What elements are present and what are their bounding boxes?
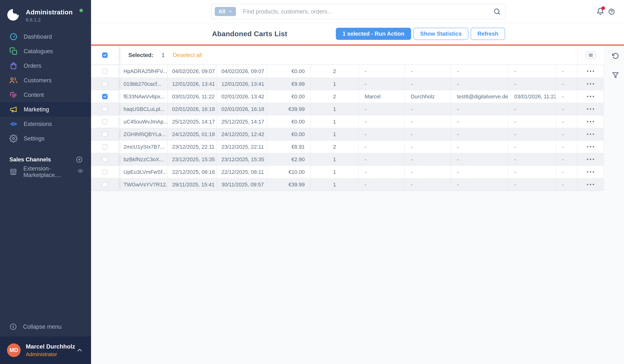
search-scope-label: All: [218, 8, 225, 15]
cell-email: -: [451, 128, 508, 140]
row-checkbox[interactable]: [102, 119, 108, 124]
sidebar-item-label: Marketing: [24, 106, 49, 113]
grid-settings-button[interactable]: [586, 51, 596, 59]
sidebar-item-extensions[interactable]: Extensions: [0, 117, 91, 131]
row-actions-button[interactable]: [577, 103, 604, 115]
cell-customer-date: -: [508, 65, 556, 77]
sidebar-item-content[interactable]: Content: [0, 88, 91, 102]
cell-extra: -: [556, 153, 577, 165]
search-input[interactable]: [243, 8, 493, 15]
show-statistics-button[interactable]: Show Statistics: [414, 28, 468, 40]
row-actions-button[interactable]: [577, 115, 604, 128]
cell-amount: €2.90: [267, 153, 311, 165]
cell-extra: -: [556, 166, 577, 178]
cell-email: -: [451, 178, 508, 191]
sidebar-item-dashboard[interactable]: Dashboard: [0, 29, 91, 44]
row-checkbox[interactable]: [102, 106, 108, 112]
row-actions-button[interactable]: [577, 141, 604, 153]
sidebar-header: Administration 6.6.1.2: [0, 0, 91, 23]
row-actions-button[interactable]: [577, 153, 604, 165]
row-checkbox[interactable]: [102, 132, 108, 137]
row-actions-button[interactable]: [577, 166, 604, 178]
sidebar-item-sales-channel[interactable]: Extension-Marketplace....: [0, 165, 91, 179]
row-actions-button[interactable]: [577, 78, 604, 90]
collapse-menu-button[interactable]: Collapse menu: [0, 319, 91, 334]
row-actions-button[interactable]: [577, 178, 604, 191]
cell-items: 1: [311, 128, 359, 140]
filter-icon[interactable]: [612, 72, 619, 78]
plus-circle-icon[interactable]: [76, 156, 83, 163]
sidebar-item-customers[interactable]: Customers: [0, 73, 91, 88]
row-checkbox[interactable]: [102, 81, 108, 87]
reset-columns-icon[interactable]: [612, 52, 619, 59]
user-panel[interactable]: MD Marcel Durchholz Administrator: [0, 336, 91, 364]
ellipsis-icon: [586, 83, 595, 85]
settings-icon: [9, 135, 18, 143]
main-area: All Abandoned Carts List: [91, 0, 624, 364]
row-checkbox-cell: [91, 78, 119, 90]
table-row[interactable]: UpEu3LVmFwSf... 22/12/2025, 08:16 22/12/…: [91, 165, 604, 178]
table-row[interactable]: haqUSBCLuLpl... 02/01/2026, 16:18 02/01/…: [91, 103, 604, 115]
sidebar-item-catalogues[interactable]: Catalogues: [0, 44, 91, 59]
sidebar-item-marketing[interactable]: Marketing: [0, 102, 91, 117]
shopware-logo[interactable]: [6, 8, 20, 22]
table-row[interactable]: 2mcU1yStx7B7... 23/12/2025, 22:11 23/12/…: [91, 140, 604, 153]
table-row[interactable]: bzBkfNzzC3oX... 23/12/2025, 15:35 23/12/…: [91, 153, 604, 165]
cell-created: 03/01/2026, 11:22: [168, 90, 217, 103]
row-actions-button[interactable]: [577, 65, 604, 77]
table-row[interactable]: TWGwVsYV7R12... 29/11/2025, 15:41 30/11/…: [91, 178, 604, 191]
hamburger-icon: [588, 53, 593, 58]
ellipsis-icon: [586, 134, 595, 135]
row-checkbox-cell: [91, 103, 119, 115]
global-search[interactable]: All: [211, 4, 505, 19]
row-actions-button[interactable]: [577, 90, 604, 103]
row-checkbox[interactable]: [102, 144, 108, 150]
refresh-button[interactable]: Refresh: [471, 28, 505, 40]
cell-last-name: -: [405, 115, 451, 128]
cell-last-name: -: [405, 178, 451, 191]
table-row-selected[interactable]: fE33NAwVv6px... 03/01/2026, 11:22 02/01/…: [91, 90, 604, 103]
bell-icon[interactable]: [597, 8, 604, 15]
cell-customer-date: -: [508, 178, 556, 191]
eye-icon[interactable]: [78, 168, 83, 176]
row-checkbox[interactable]: [102, 68, 108, 74]
ellipsis-icon: [586, 146, 595, 147]
table-row[interactable]: ZGHIhRiQBYLa... 24/12/2025, 01:18 24/12/…: [91, 128, 604, 140]
cell-updated: 23/12/2025, 15:35: [217, 153, 267, 165]
cell-extra: -: [556, 178, 577, 191]
notification-badge: [601, 6, 605, 10]
chevron-up-icon[interactable]: [76, 347, 83, 354]
cell-id: 2mcU1yStx7B7...: [119, 141, 168, 153]
row-checkbox[interactable]: [102, 169, 108, 175]
cell-customer-date: -: [508, 128, 556, 140]
run-action-button[interactable]: 1 selected - Run Action: [336, 28, 411, 40]
row-checkbox[interactable]: [102, 157, 108, 162]
sidebar-item-orders[interactable]: Orders: [0, 59, 91, 73]
cell-created: 04/02/2026, 09:07: [168, 65, 217, 77]
cell-extra: -: [556, 128, 577, 140]
cell-created: 23/12/2025, 15:35: [168, 153, 217, 165]
cell-updated: 30/11/2025, 09:57: [217, 178, 267, 191]
app-identity: Administration 6.6.1.2: [26, 8, 73, 23]
selected-label: Selected:: [128, 52, 154, 58]
cell-items: 1: [311, 178, 359, 191]
table-row[interactable]: 019bb270cacf... 12/01/2026, 13:41 12/01/…: [91, 77, 604, 90]
row-checkbox[interactable]: [102, 94, 108, 99]
catalogues-icon: [9, 47, 18, 55]
cell-id: fE33NAwVv6px...: [119, 90, 168, 103]
select-all-checkbox[interactable]: [102, 52, 108, 58]
cell-first-name: -: [359, 178, 405, 191]
data-grid: Selected: 1 Deselect all HpADRA25fHFV...: [91, 46, 604, 191]
cell-email: -: [451, 153, 508, 165]
user-meta: Marcel Durchholz Administrator: [26, 343, 75, 357]
sidebar-item-settings[interactable]: Settings: [0, 131, 91, 146]
help-circle-icon[interactable]: [608, 8, 615, 15]
table-row[interactable]: HpADRA25fHFV... 04/02/2026, 09:07 04/02/…: [91, 65, 604, 77]
search-scope-chip[interactable]: All: [215, 7, 236, 16]
row-checkbox[interactable]: [102, 182, 108, 187]
table-row[interactable]: uC45ouWvJmAp... 25/12/2025, 14:17 25/12/…: [91, 115, 604, 128]
orders-icon: [9, 62, 18, 70]
deselect-all-link[interactable]: Deselect all: [173, 52, 202, 58]
row-actions-button[interactable]: [577, 128, 604, 140]
search-icon[interactable]: [493, 8, 501, 15]
